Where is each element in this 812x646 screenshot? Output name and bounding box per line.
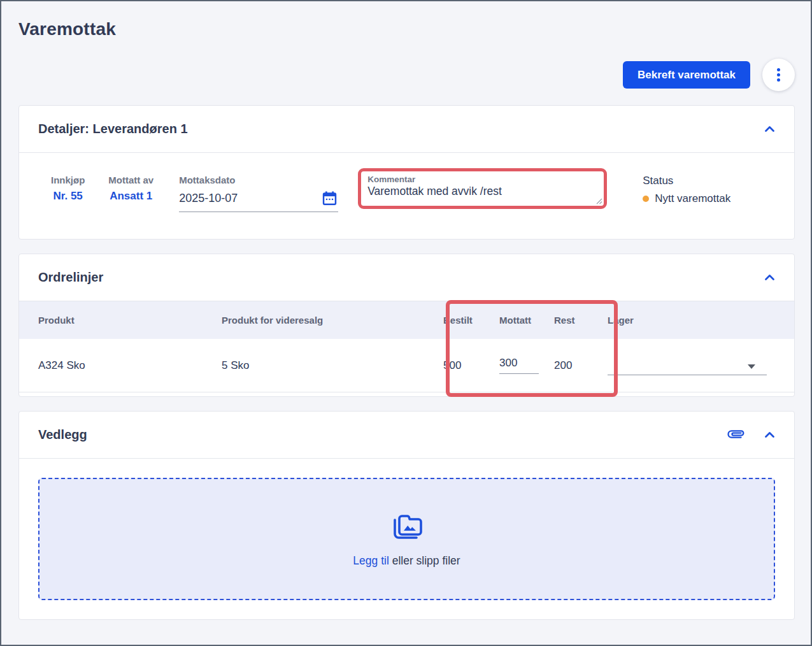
column-produkt: Produkt (19, 315, 222, 326)
attach-file-button[interactable] (726, 428, 745, 442)
details-card-header: Detaljer: Leverandøren 1 (19, 106, 794, 153)
dropzone-text: Legg til eller slipp filer (353, 554, 460, 568)
page: Varemottak Bekreft varemottak Detaljer: … (1, 1, 811, 620)
attachments-card-header: Vedlegg (19, 412, 794, 459)
cell-produkt: A324 Sko (19, 359, 222, 372)
kommentar-label: Kommentar (367, 175, 597, 184)
page-title: Varemottak (18, 19, 795, 39)
add-files-link[interactable]: Legg til (353, 554, 388, 567)
mottatt-av-label: Mottatt av (108, 175, 153, 185)
innkjop-label: Innkjøp (51, 175, 85, 185)
kebab-menu-button[interactable] (762, 59, 795, 91)
details-card: Detaljer: Leverandøren 1 Innkjøp Nr. 55 … (18, 105, 795, 240)
attachments-card: Vedlegg Legg (18, 411, 795, 620)
chevron-up-icon (764, 274, 775, 281)
cell-videresalg: 5 Sko (222, 359, 443, 372)
field-mottatt-av: Mottatt av Ansatt 1 (108, 175, 153, 203)
mottaksdato-input[interactable] (179, 192, 274, 205)
calendar-icon[interactable] (321, 190, 338, 207)
orderlines-card-title: Ordrelinjer (38, 270, 103, 285)
image-folder-icon (389, 511, 425, 544)
column-videresalg: Produkt for videresalg (222, 315, 443, 326)
status-row: Nytt varemottak (643, 192, 730, 205)
field-innkjop: Innkjøp Nr. 55 (51, 175, 85, 203)
kommentar-input[interactable]: Varemottak med avvik /rest (367, 185, 597, 200)
mottaksdato-label: Mottaksdato (179, 175, 235, 185)
innkjop-link[interactable]: Nr. 55 (53, 190, 83, 203)
column-rest: Rest (554, 315, 608, 326)
file-dropzone[interactable]: Legg til eller slipp filer (38, 478, 775, 600)
status-dot (643, 196, 649, 202)
kommentar-highlight-box: Kommentar Varemottak med avvik /rest (358, 168, 607, 209)
details-card-body: Innkjøp Nr. 55 Mottatt av Ansatt 1 Motta… (19, 153, 794, 239)
column-lager: Lager (608, 315, 794, 326)
field-mottaksdato: Mottaksdato (179, 175, 338, 212)
orderline-row: A324 Sko 5 Sko 500 200 (19, 339, 794, 392)
confirm-receipt-button[interactable]: Bekreft varemottak (623, 61, 750, 89)
mottatt-qty-input[interactable] (499, 357, 539, 374)
resize-handle-icon[interactable] (596, 198, 602, 205)
orderlines-card: Ordrelinjer Produkt Produkt for videresa… (18, 254, 795, 397)
cell-rest: 200 (554, 359, 608, 372)
mottaksdato-input-row (179, 190, 338, 212)
attachments-collapse-button[interactable] (764, 431, 775, 438)
cell-mottatt (499, 357, 554, 374)
cell-bestilt: 500 (443, 359, 499, 372)
paperclip-icon (726, 428, 745, 442)
actions-row: Bekreft varemottak (18, 59, 795, 91)
chevron-up-icon (764, 431, 775, 438)
chevron-up-icon (764, 126, 775, 133)
caret-down-icon (748, 364, 755, 369)
details-card-title: Detaljer: Leverandøren 1 (38, 122, 188, 136)
attachments-card-title: Vedlegg (38, 427, 87, 442)
cell-lager (608, 356, 794, 375)
orderlines-collapse-button[interactable] (764, 274, 775, 281)
details-collapse-button[interactable] (764, 126, 775, 133)
column-bestilt: Bestilt (443, 315, 499, 326)
dropzone-rest-text: eller slipp filer (389, 554, 460, 567)
column-mottatt: Mottatt (499, 315, 554, 326)
lager-select[interactable] (608, 356, 767, 375)
mottatt-av-link[interactable]: Ansatt 1 (110, 190, 152, 203)
orderlines-table-header: Produkt Produkt for videresalg Bestilt M… (19, 301, 794, 339)
orderlines-card-header: Ordrelinjer (19, 254, 794, 301)
status-label: Status (643, 175, 730, 187)
field-status: Status Nytt varemottak (643, 175, 730, 205)
status-value: Nytt varemottak (655, 192, 730, 205)
kebab-menu-icon (777, 68, 780, 82)
